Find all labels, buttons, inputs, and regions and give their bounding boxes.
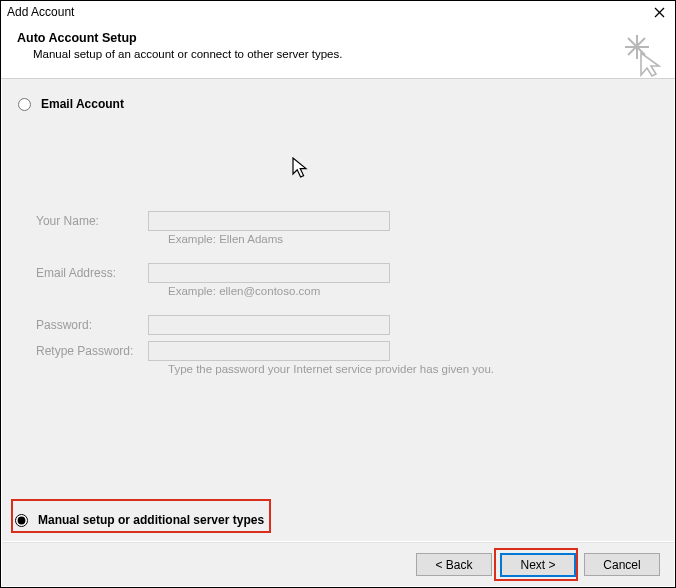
input-email: [148, 263, 390, 283]
wizard-header: Auto Account Setup Manual setup of an ac…: [1, 23, 675, 79]
email-account-form: Your Name: Example: Ellen Adams Email Ad…: [18, 211, 658, 375]
wizard-heading: Auto Account Setup: [17, 31, 659, 45]
radio-manual-setup[interactable]: Manual setup or additional server types: [15, 513, 264, 527]
label-retype-password: Retype Password:: [36, 344, 148, 358]
row-your-name: Your Name:: [36, 211, 658, 231]
radio-email-account-input[interactable]: [18, 98, 31, 111]
label-your-name: Your Name:: [36, 214, 148, 228]
input-password: [148, 315, 390, 335]
radio-email-account-label: Email Account: [41, 97, 124, 111]
label-password: Password:: [36, 318, 148, 332]
close-icon: [654, 7, 665, 18]
add-account-window: Add Account Auto Account Setup Manual se…: [0, 0, 676, 588]
hint-email: Example: ellen@contoso.com: [148, 285, 658, 297]
hint-your-name: Example: Ellen Adams: [148, 233, 658, 245]
input-retype-password: [148, 341, 390, 361]
window-title: Add Account: [7, 5, 649, 19]
label-email: Email Address:: [36, 266, 148, 280]
radio-email-account[interactable]: Email Account: [18, 97, 658, 111]
titlebar: Add Account: [1, 1, 675, 23]
wizard-footer: < Back Next > Cancel: [2, 542, 674, 586]
cancel-button[interactable]: Cancel: [584, 553, 660, 576]
row-email: Email Address:: [36, 263, 658, 283]
row-retype-password: Retype Password:: [36, 341, 658, 361]
close-button[interactable]: [649, 2, 669, 22]
radio-manual-setup-label: Manual setup or additional server types: [38, 513, 264, 527]
radio-manual-setup-input[interactable]: [15, 514, 28, 527]
row-password: Password:: [36, 315, 658, 335]
wizard-subheading: Manual setup of an account or connect to…: [17, 48, 659, 60]
back-button[interactable]: < Back: [416, 553, 492, 576]
next-button[interactable]: Next >: [500, 553, 576, 577]
wizard-body: Email Account Your Name: Example: Ellen …: [2, 79, 674, 541]
hint-password: Type the password your Internet service …: [148, 363, 658, 375]
cursor-star-icon: [623, 33, 663, 77]
input-your-name: [148, 211, 390, 231]
